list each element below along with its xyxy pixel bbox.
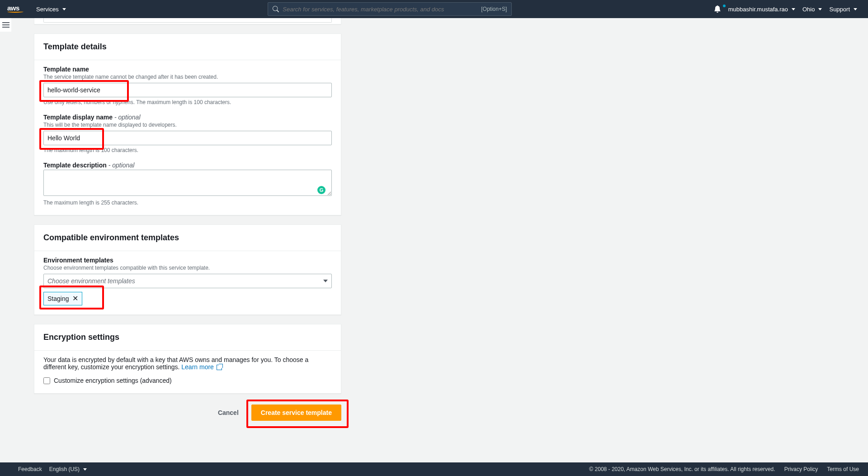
create-service-template-button[interactable]: Create service template xyxy=(251,405,341,421)
template-desc-help: The maximum length is 255 characters. xyxy=(43,200,332,206)
grammarly-icon[interactable]: G xyxy=(317,186,326,194)
env-templates-hint: Choose environment templates compatible … xyxy=(43,265,332,271)
template-display-input[interactable] xyxy=(43,131,332,145)
env-templates-label: Environment templates xyxy=(43,257,332,264)
encryption-description: Your data is encrypted by default with a… xyxy=(43,356,332,371)
chip-label: Staging xyxy=(47,295,69,302)
hamburger-icon xyxy=(2,22,9,28)
aws-logo[interactable]: aws xyxy=(7,5,24,14)
services-label: Services xyxy=(36,6,59,13)
external-link-icon xyxy=(217,365,222,370)
side-nav-toggle[interactable] xyxy=(0,18,11,32)
remove-chip-icon[interactable]: ✕ xyxy=(72,295,78,302)
env-templates-dropdown[interactable]: Choose environment templates xyxy=(43,274,332,288)
caret-down-icon xyxy=(323,280,328,282)
search-shortcut: [Option+S] xyxy=(481,6,507,12)
caret-down-icon xyxy=(83,468,87,471)
template-name-hint: The service template name cannot be chan… xyxy=(43,74,332,80)
caret-down-icon xyxy=(792,8,795,10)
caret-down-icon xyxy=(62,8,66,10)
notification-badge xyxy=(723,5,726,7)
template-display-label: Template display name - optional xyxy=(43,114,332,121)
form-actions: Cancel Create service template xyxy=(34,394,341,432)
privacy-link[interactable]: Privacy Policy xyxy=(784,466,818,472)
customize-encryption-checkbox[interactable] xyxy=(43,377,50,384)
search-icon xyxy=(273,6,279,12)
terms-link[interactable]: Terms of Use xyxy=(827,466,859,472)
env-template-chip: Staging ✕ xyxy=(43,292,82,305)
customize-encryption-label: Customize encryption settings (advanced) xyxy=(54,377,172,384)
global-search[interactable]: [Option+S] xyxy=(268,2,512,16)
region-label: Ohio xyxy=(802,6,815,13)
caret-down-icon xyxy=(818,8,822,10)
support-menu[interactable]: Support xyxy=(826,6,861,13)
cancel-button[interactable]: Cancel xyxy=(211,405,246,420)
feedback-link[interactable]: Feedback xyxy=(18,466,42,472)
dropdown-placeholder: Choose environment templates xyxy=(47,277,135,285)
compat-env-title: Compatible environment templates xyxy=(34,225,341,251)
template-name-input[interactable] xyxy=(43,83,332,97)
support-label: Support xyxy=(829,6,850,13)
notifications-icon[interactable] xyxy=(710,5,725,13)
aws-top-nav: aws Services [Option+S] mubbashir.mustaf… xyxy=(0,0,868,18)
main-content: Template details Template name The servi… xyxy=(11,18,868,462)
template-display-help: The maximum length is 100 characters. xyxy=(43,147,332,153)
encryption-title: Encryption settings xyxy=(34,324,341,350)
region-menu[interactable]: Ohio xyxy=(799,6,826,13)
account-menu[interactable]: mubbashir.mustafa.rao xyxy=(725,6,799,13)
template-name-help: Use only letters, numbers or hyphens. Th… xyxy=(43,99,332,105)
language-selector[interactable]: English (US) xyxy=(49,466,87,472)
services-menu[interactable]: Services xyxy=(33,6,70,13)
search-input[interactable] xyxy=(283,6,481,13)
template-details-title: Template details xyxy=(34,34,341,60)
template-desc-label: Template description - optional xyxy=(43,162,332,169)
copyright-text: © 2008 - 2020, Amazon Web Services, Inc.… xyxy=(589,466,775,472)
customize-encryption-checkbox-row[interactable]: Customize encryption settings (advanced) xyxy=(43,377,332,384)
previous-panel-slice xyxy=(34,18,341,24)
compat-env-panel: Compatible environment templates Environ… xyxy=(34,224,341,315)
template-desc-textarea[interactable] xyxy=(43,170,332,196)
encryption-panel: Encryption settings Your data is encrypt… xyxy=(34,324,341,394)
learn-more-link[interactable]: Learn more xyxy=(181,363,222,371)
template-details-panel: Template details Template name The servi… xyxy=(34,33,341,215)
caret-down-icon xyxy=(854,8,857,10)
aws-footer: Feedback English (US) © 2008 - 2020, Ama… xyxy=(0,462,868,476)
template-name-label: Template name xyxy=(43,66,332,73)
language-label: English (US) xyxy=(49,466,80,472)
template-display-hint: This will be the template name displayed… xyxy=(43,122,332,128)
username-label: mubbashir.mustafa.rao xyxy=(728,6,788,13)
